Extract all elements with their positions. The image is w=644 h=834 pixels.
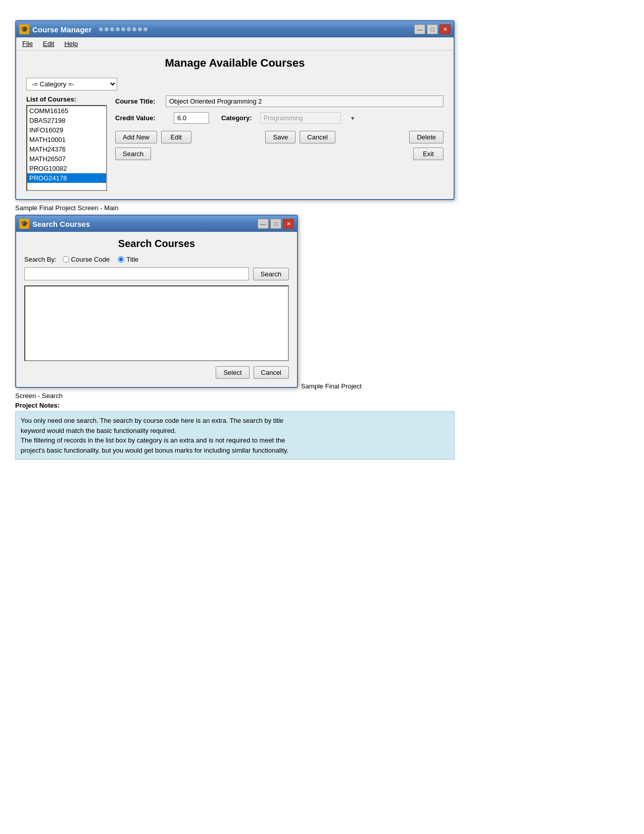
search-window: 🎓 Search Courses — □ ✕ Search Courses Se… [15,215,298,388]
radio-title-input[interactable] [118,256,124,263]
category-dropdown-arrow[interactable]: ▼ [350,115,356,121]
edit-label: Edit [171,133,182,141]
title-bar-decorations [99,27,147,31]
search-by-row: Search By: Course Code Title [24,256,289,263]
search-window-row: 🎓 Search Courses — □ ✕ Search Courses Se… [15,215,629,390]
delete-label: Delete [417,133,436,141]
search-caption-line1: Sample Final Project [301,382,362,390]
course-title-input[interactable] [166,95,443,107]
list-label: List of Courses: [26,95,107,103]
notes-line-4: project's basic functionality, but you w… [21,447,288,454]
main-window-title: Course Manager [32,25,92,34]
screen-search-caption: Screen - Search [15,392,629,400]
search-action-buttons: Select Cancel [24,366,289,379]
search-heading: Search Courses [24,238,289,250]
search-window-controls: — □ ✕ [258,219,294,229]
search-restore-button[interactable]: □ [270,219,281,229]
category-field-label: Category: [221,114,252,122]
main-content: Manage Available Courses -= Category =- … [16,51,454,199]
radio-group: Course Code Title [63,256,139,263]
list-item[interactable]: MATH10001 [27,135,106,144]
list-item-selected[interactable]: PROG24178 [27,173,106,183]
cancel-label: Cancel [307,133,327,141]
main-body: List of Courses: COMM16165 DBAS27198 INF… [26,95,443,191]
radio-title[interactable]: Title [118,256,138,263]
select-button[interactable]: Select [216,366,249,379]
search-title-left: 🎓 Search Courses [19,219,90,229]
save-button[interactable]: Save [265,131,295,143]
credit-row: Credit Value: Category: ▼ [115,112,443,124]
delete-button[interactable]: Delete [409,131,443,143]
menu-file[interactable]: File [20,39,35,48]
category-row: -= Category =- [26,78,443,90]
save-label: Save [273,133,288,141]
main-window: 🎓 Course Manager — □ ✕ File Edit Help Ma… [15,20,455,200]
list-item[interactable]: DBAS27198 [27,116,106,125]
search-btn-label: Search [261,270,281,278]
select-label: Select [223,369,241,376]
notes-line-3: The filtering of records in the list box… [21,436,285,444]
notes-box: You only need one search. The search by … [15,411,455,460]
search-app-icon: 🎓 [19,219,29,229]
main-heading: Manage Available Courses [26,57,443,70]
category-dropdown[interactable]: -= Category =- [26,78,117,90]
menu-edit[interactable]: Edit [41,39,56,48]
radio-course-code-label: Course Code [71,256,110,263]
radio-course-code-input[interactable] [63,256,69,263]
notes-line-1: You only need one search. The search by … [21,417,283,424]
add-new-button[interactable]: Add New [115,131,157,143]
search-close-button[interactable]: ✕ [283,219,294,229]
list-item[interactable]: MATH24376 [27,144,106,154]
list-item[interactable]: PROG10082 [27,164,106,173]
notes-label-text: Project Notes: [15,402,60,409]
course-listbox[interactable]: COMM16165 DBAS27198 INFO16029 MATH10001 … [26,105,107,191]
secondary-buttons-row: Search Exit [115,148,443,160]
category-field-input [260,112,341,124]
course-list-section: List of Courses: COMM16165 DBAS27198 INF… [26,95,107,191]
search-button[interactable]: Search [253,268,289,280]
radio-title-label: Title [126,256,138,263]
search-window-title: Search Courses [32,220,90,228]
restore-button[interactable]: □ [427,24,438,34]
minimize-button[interactable]: — [414,24,425,34]
search-by-label: Search By: [24,256,57,263]
window-controls: — □ ✕ [414,24,451,34]
main-title-bar: 🎓 Course Manager — □ ✕ [16,21,454,37]
search-content: Search Courses Search By: Course Code Ti… [16,232,297,387]
course-title-row: Course Title: [115,95,443,107]
search-caption-right: Sample Final Project [298,382,362,390]
menu-bar: File Edit Help [16,37,454,51]
exit-label: Exit [423,150,434,158]
cancel-search-button[interactable]: Cancel [254,366,289,379]
search-title-bar: 🎓 Search Courses — □ ✕ [16,216,297,232]
edit-button[interactable]: Edit [161,131,191,143]
close-button[interactable]: ✕ [439,24,451,34]
course-title-label: Course Title: [115,97,166,105]
app-icon: 🎓 [19,24,29,34]
list-item[interactable]: COMM16165 [27,106,106,116]
add-new-label: Add New [123,133,150,141]
list-item[interactable]: INFO16029 [27,125,106,135]
main-caption: Sample Final Project Screen - Main [15,204,629,212]
search-minimize-button[interactable]: — [258,219,269,229]
search-text-input[interactable] [24,267,249,280]
list-item[interactable]: MATH26507 [27,154,106,164]
exit-button[interactable]: Exit [413,148,443,160]
detail-section: Course Title: Credit Value: Category: ▼ … [115,95,443,191]
notes-line-2: keyword would match the basic functional… [21,427,176,434]
search-input-row: Search [24,267,289,280]
cancel-search-label: Cancel [261,369,281,376]
action-buttons-row: Add New Edit Save Cancel Delete [115,131,443,143]
search-button-main[interactable]: Search [115,148,151,160]
menu-help[interactable]: Help [62,39,80,48]
search-results-listbox[interactable] [24,285,289,361]
cancel-button[interactable]: Cancel [300,131,335,143]
title-bar-left: 🎓 Course Manager [19,24,152,34]
credit-value-label: Credit Value: [115,114,166,122]
notes-label: Project Notes: [15,402,629,409]
credit-value-input[interactable] [174,112,209,124]
search-label-main: Search [123,150,143,158]
radio-course-code[interactable]: Course Code [63,256,110,263]
